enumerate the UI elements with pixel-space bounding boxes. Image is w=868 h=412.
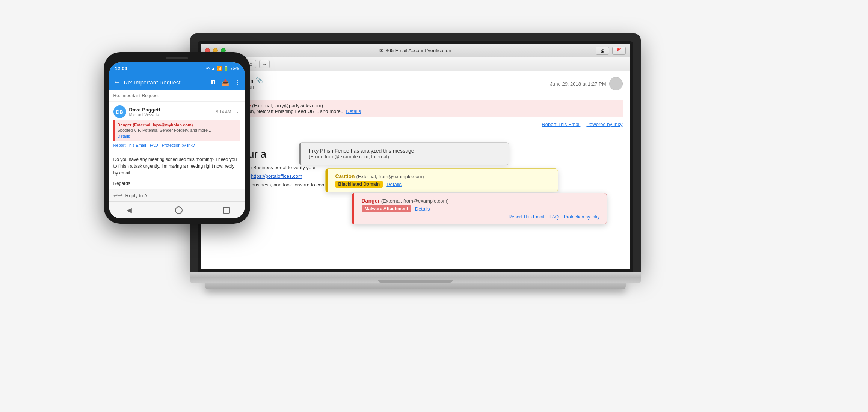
phone-topbar-icons: 🗑 📥 ⋮ <box>210 79 240 86</box>
warning-banner: icious Message (External, larry@partywir… <box>208 100 623 117</box>
phone-more-icon[interactable]: ⋮ <box>234 79 240 86</box>
danger-external: (External, from@example.com) <box>381 198 449 204</box>
phone-danger-detail-link[interactable]: Details <box>118 134 130 138</box>
panel-danger-actions: Report This Email FAQ Protection by Inky <box>362 214 600 220</box>
forward-button[interactable]: → <box>259 60 270 68</box>
eye-icon: 👁 <box>206 66 210 71</box>
email-verify-link[interactable]: https://portaloffices.com <box>251 173 302 179</box>
accent-bar-caution <box>326 169 328 192</box>
phone-danger-title: Danger (External, iapa@mykolab.com) <box>118 123 237 127</box>
laptop-foot <box>205 283 626 289</box>
titlebar-center: ✉ 365 Email Account Verification <box>379 48 451 53</box>
phone-delete-icon[interactable]: 🗑 <box>210 79 216 86</box>
warning-external: (External, larry@partywirks.com) <box>252 103 323 108</box>
phone-email-subject: Re: Important Request <box>113 93 159 98</box>
analyzed-text: Inky Phish Fence has analyzed this messa… <box>309 148 502 154</box>
print-button[interactable]: 🖨 <box>596 47 609 55</box>
phone-shell: 12:09 👁 ▲ 📶 🔋 75% ← Re: Important Reques… <box>104 52 250 224</box>
panel-caution: Caution (External, from@example.com) Bla… <box>325 168 558 192</box>
phone-topbar-title: Re: Important Request <box>124 79 207 86</box>
laptop-base <box>190 272 641 283</box>
phone-regards: Regards <box>109 179 245 189</box>
mail-icon: ✉ <box>379 48 383 53</box>
caution-tag: Blacklisted Domain <box>335 181 383 188</box>
accent-bar-analyzed <box>299 143 301 165</box>
phone-statusbar: 12:09 👁 ▲ 📶 🔋 75% <box>109 62 245 74</box>
attachment-icon: 📎 <box>256 77 263 84</box>
window-title: 365 Email Account Verification <box>386 48 451 53</box>
phone-time: 12:09 <box>115 66 127 71</box>
phone-more-button[interactable]: ⋮ <box>234 108 240 116</box>
caution-details-link[interactable]: Details <box>386 182 402 187</box>
phone-item-header: DB Dave Baggett Michael Vessels 9:14 AM … <box>113 105 240 118</box>
phone-email-time: 9:14 AM <box>216 110 231 114</box>
signal-icon: 📶 <box>217 66 222 71</box>
phone-archive-icon[interactable]: 📥 <box>222 79 229 86</box>
microsoft-logo: Microso <box>208 133 623 143</box>
phone-nav-back[interactable]: ◀ <box>124 205 134 215</box>
phone-sender-org: Michael Vessels <box>129 113 213 117</box>
danger-protection-link[interactable]: Protection by Inky <box>564 214 599 220</box>
phone-report-links: Report This Email FAQ Protection by Inky <box>113 142 240 149</box>
caution-external: (External, from@example.com) <box>356 174 424 179</box>
warning-details-link[interactable]: Details <box>346 108 361 114</box>
danger-label: Danger (External, from@example.com) <box>362 198 600 204</box>
phone-email-header: Re: Important Request <box>109 90 245 102</box>
phone-email-item: DB Dave Baggett Michael Vessels 9:14 AM … <box>109 102 245 153</box>
danger-tag: Malware Attachment <box>362 205 411 212</box>
phone-back-button[interactable]: ← <box>113 78 120 86</box>
phone-topbar: ← Re: Important Request 🗑 📥 ⋮ <box>109 74 245 90</box>
email-toolbar: 🗑 📋 ← « → <box>201 57 630 71</box>
powered-by-link[interactable]: Powered by Inky <box>586 122 622 127</box>
battery-icon: 🔋 <box>223 66 229 71</box>
warning-actions: Report This Email Powered by Inky <box>208 120 623 129</box>
phone-earpiece <box>166 57 188 59</box>
phone-device: 12:09 👁 ▲ 📶 🔋 75% ← Re: Important Reques… <box>104 52 250 224</box>
phone-nav-recents[interactable] <box>223 207 230 214</box>
phone-danger-banner: Danger (External, iapa@mykolab.com) Spoo… <box>113 120 240 141</box>
phone-nav-bar: ◀ <box>109 201 245 218</box>
battery-percent: 75% <box>230 66 239 71</box>
email-date-area: June 29, 2018 at 1:27 PM <box>550 77 623 90</box>
danger-faq-link[interactable]: FAQ <box>549 214 559 220</box>
phone-nav-home[interactable] <box>175 206 183 214</box>
email-date: June 29, 2018 at 1:27 PM <box>550 81 606 87</box>
danger-details-link[interactable]: Details <box>415 206 430 212</box>
flag-button[interactable]: 🚩 <box>612 47 626 55</box>
phone-faq-link[interactable]: FAQ <box>150 143 158 147</box>
accent-bar-danger <box>352 193 354 224</box>
email-header: ine Service Team 📎 Account Verification … <box>208 77 623 97</box>
reply-icon: ↩↩ <box>113 192 122 198</box>
panel-analyzed: Inky Phish Fence has analyzed this messa… <box>299 142 509 165</box>
main-scene: ✉ 365 Email Account Verification 🖨 🚩 🗑 📋… <box>96 22 772 390</box>
phone-sender-info: Dave Baggett Michael Vessels <box>129 107 213 117</box>
phone-danger-text: Spoofed VIP, Potential Sender Forgery, a… <box>118 128 237 132</box>
caution-label: Caution (External, from@example.com) <box>335 173 551 179</box>
titlebar: ✉ 365 Email Account Verification 🖨 🚩 <box>201 44 630 57</box>
danger-report-link[interactable]: Report This Email <box>509 214 544 220</box>
panel-danger: Danger (External, from@example.com) Malw… <box>352 193 607 224</box>
phone-status-icons: 👁 ▲ 📶 🔋 75% <box>206 66 239 71</box>
report-email-link[interactable]: Report This Email <box>542 122 580 127</box>
wifi-icon: ▲ <box>211 66 216 71</box>
phone-body-text: Do you have any meeting scheduled this m… <box>109 153 245 179</box>
phone-screen: 12:09 👁 ▲ 📶 🔋 75% ← Re: Important Reques… <box>109 62 245 218</box>
caution-row: Blacklisted Domain Details <box>335 181 551 188</box>
avatar <box>609 77 623 90</box>
phone-report-link[interactable]: Report This Email <box>113 143 146 147</box>
reply-text: Reply to All <box>125 193 150 198</box>
analyzed-subtext: (From: from@example.com, Internal) <box>309 154 502 159</box>
titlebar-buttons: 🖨 🚩 <box>596 47 626 55</box>
phone-reply-bar[interactable]: ↩↩ Reply to All <box>109 189 245 201</box>
phone-protection-link[interactable]: Protection by Inky <box>162 143 195 147</box>
phone-sender-name: Dave Baggett <box>129 107 213 113</box>
danger-row: Malware Attachment Details <box>362 205 600 212</box>
phone-avatar: DB <box>113 105 126 118</box>
